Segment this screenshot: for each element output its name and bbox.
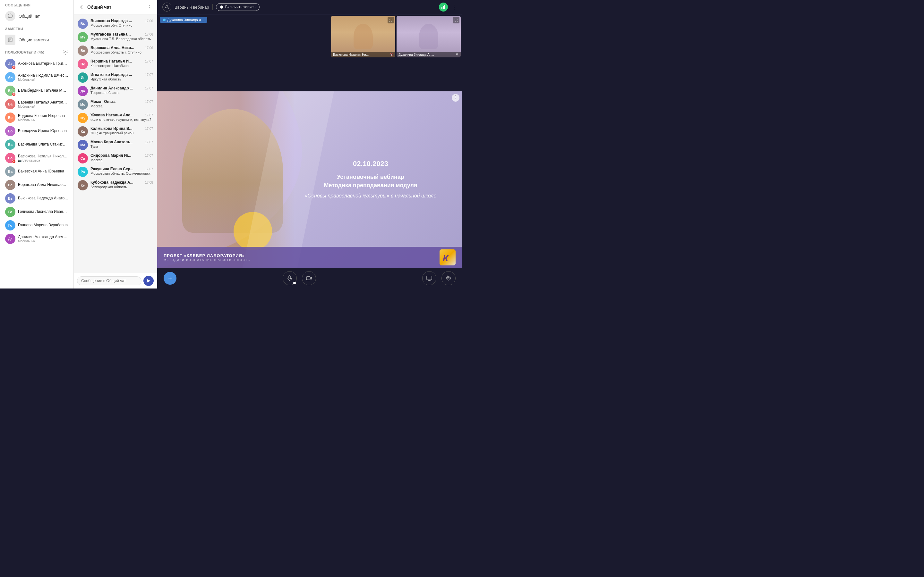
user-info: Бареева Наталья Анатольевна Мобильный [18, 100, 68, 109]
message-time: 17:07 [145, 73, 153, 77]
user-name: Васильева Злата Станиславовна [18, 142, 68, 147]
avatar: Ка [78, 126, 88, 137]
list-item[interactable]: Ба Бареева Наталья Анатольевна Мобильный [0, 97, 73, 111]
main-more-button[interactable]: ⋮ [451, 4, 457, 10]
message-content: Мулганова Татьяна... 17:06 Мулганова Т.Б… [90, 32, 153, 41]
general-chat-label: Общий чат [19, 14, 40, 19]
message-sender: Вершкова Алла Нико... [90, 45, 134, 50]
svg-point-4 [65, 52, 66, 53]
header-divider [212, 4, 213, 10]
message-text: Тверская область [90, 90, 153, 95]
list-item[interactable]: Ан Анаскина Людмила Вячеславовна Мобильн… [0, 71, 73, 84]
list-item[interactable]: Бо Бондарчук Ирина Юрьевна [0, 124, 73, 138]
avatar: Си [78, 153, 88, 163]
add-button[interactable]: + [164, 272, 176, 285]
mic-status-dot [293, 282, 296, 284]
mic-button[interactable] [283, 271, 297, 285]
message-sender: Жукова Наталья Але... [90, 113, 134, 117]
raise-hand-button[interactable] [441, 271, 456, 285]
slide-project-name: ПРОЕКТ «КЛЕВЕР ЛАБОРАТОРИЯ» [164, 253, 250, 258]
avatar: Ба✕ [5, 85, 15, 96]
message-sender: Данилин Александр ... [90, 86, 133, 90]
message-text: Московская область г. Ступино [90, 50, 153, 55]
bottom-center-controls [283, 271, 316, 285]
chat-more-button[interactable]: ⋮ [145, 3, 153, 11]
slide-project-info: ПРОЕКТ «КЛЕВЕР ЛАБОРАТОРИЯ» МЕТОДИКИ ВОС… [164, 253, 250, 261]
video-thumb-duhanina: ⛶ Духанина Зинаида Ал... 🎙 [397, 16, 461, 57]
message-content: Игнатенко Надежда ... 17:07 Иркутская об… [90, 73, 153, 82]
message-text: Красногорск, Нахабино [90, 63, 153, 68]
message-text: Белгородская область [90, 185, 153, 189]
message-time: 17:07 [145, 154, 153, 157]
message-time: 17:07 [145, 167, 153, 171]
chat-message: Ка Калмыкова Ирина В... 17:07 ЛНР, Антра… [74, 125, 157, 138]
main-header: Вводный вебинар Включить запись ⋮ [157, 0, 462, 15]
user-info: Гонцова Марина Зурабовна [18, 223, 68, 228]
svg-rect-13 [427, 276, 432, 280]
screen-share-button[interactable] [422, 271, 436, 285]
list-item[interactable]: Ва Вачевская Анна Юрьевна [0, 165, 73, 178]
list-item[interactable]: Бо Бодрова Ксения Игоревна Мобильный [0, 111, 73, 124]
profile-button[interactable] [162, 3, 171, 11]
chat-message: Ра Ракушина Елена Сер... 17:07 Московска… [74, 165, 157, 179]
send-button[interactable] [144, 276, 153, 286]
webcam-icon: 📷 [18, 159, 21, 162]
message-sender: Кубохова Надежда А... [90, 180, 134, 185]
chat-back-button[interactable] [78, 3, 86, 11]
svg-rect-8 [444, 5, 445, 9]
status-badge: ✕ [12, 92, 16, 96]
message-text: Тула [90, 144, 153, 149]
user-name: Аксенова Екатерина Григорьевна [18, 61, 68, 66]
list-item[interactable]: Ва Васильева Злата Станиславовна [0, 138, 73, 151]
chat-input[interactable] [77, 276, 142, 285]
general-chat-item[interactable]: Общий чат [0, 8, 73, 24]
header-right: ⋮ [439, 3, 457, 11]
user-info: Анаскина Людмила Вячеславовна Мобильный [18, 73, 68, 82]
list-item[interactable]: Го Голикова Лионелла Ивановна [0, 205, 73, 219]
chat-messages: Вь Вьюнкова Надежда ... 17:06 Московская… [74, 15, 157, 273]
message-content: Жукова Наталья Але... 17:07 если отключа… [90, 113, 153, 122]
record-label: Включить запись [225, 5, 256, 9]
user-name: Бареева Наталья Анатольевна [18, 100, 68, 105]
notes-icon [5, 35, 15, 45]
general-notes-item[interactable]: Общие заметки [0, 32, 73, 47]
slide-more-button[interactable]: ⋮ [452, 94, 459, 102]
svg-rect-6 [441, 7, 443, 9]
list-item[interactable]: Го Гонцова Марина Зурабовна [0, 219, 73, 232]
message-content: Калмыкова Ирина В... 17:07 ЛНР, Антрацит… [90, 126, 153, 135]
avatar: Да [78, 86, 88, 96]
camera-button[interactable] [302, 271, 316, 285]
avatar: Ра [78, 167, 88, 177]
stats-button[interactable] [439, 3, 448, 11]
list-item[interactable]: Ба✕ Балыбердина Татьяна Михайло... [0, 84, 73, 97]
list-item[interactable]: Ак✕ Аксенова Екатерина Григорьевна [0, 57, 73, 71]
settings-icon[interactable] [63, 49, 68, 55]
message-content: Вьюнкова Надежда ... 17:06 Московская об… [90, 19, 153, 28]
avatar: Ба [5, 99, 15, 109]
user-info: Аксенова Екатерина Григорьевна [18, 61, 68, 66]
list-item[interactable]: Ва✕ Васюкова Наталья Николаевна 📷 Веб-ка… [0, 151, 73, 165]
thumb1-label: Васюкова Наталья Ни... 🔇 [331, 52, 395, 57]
message-content: Момот Ольга 17:07 Москва [90, 99, 153, 109]
list-item[interactable]: Ве Вершкова Алла Николаевна [0, 178, 73, 192]
message-sender: Ракушина Елена Сер... [90, 167, 134, 171]
user-name: Данилин Александр Александро... [18, 235, 68, 240]
list-item[interactable]: Да Данилин Александр Александро... Мобил… [0, 232, 73, 245]
thumb1-name: Васюкова Наталья Ни... [333, 53, 368, 56]
user-info: Васюкова Наталья Николаевна 📷 Веб-камера [18, 154, 68, 163]
status-badge: ✕ [12, 160, 16, 163]
status-badge: ✕ [12, 65, 16, 69]
chat-message: Да Данилин Александр ... 17:07 Тверская … [74, 84, 157, 98]
list-item[interactable]: Вь Вьюнкова Надежда Анатольевна [0, 192, 73, 205]
user-subtitle: Мобильный [18, 239, 68, 243]
record-button[interactable]: Включить запись [216, 3, 260, 11]
user-name: Балыбердина Татьяна Михайло... [18, 88, 68, 93]
user-info: Вачевская Анна Юрьевна [18, 169, 68, 174]
expand-thumb1-button[interactable]: ⛶ [388, 17, 394, 23]
message-text: Иркутская область [90, 77, 153, 82]
general-notes-label: Общие заметки [19, 37, 49, 42]
slide-bottom-bar: ПРОЕКТ «КЛЕВЕР ЛАБОРАТОРИЯ» МЕТОДИКИ ВОС… [157, 247, 462, 268]
expand-thumb2-button[interactable]: ⛶ [453, 17, 459, 23]
avatar: Ак✕ [5, 59, 15, 69]
avatar: Ве [78, 45, 88, 56]
